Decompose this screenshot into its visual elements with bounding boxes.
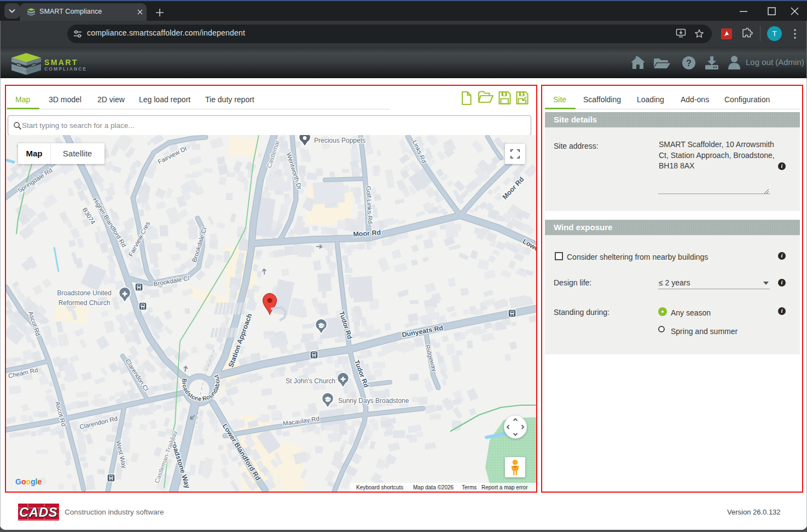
svg-text:St John's Church: St John's Church — [286, 377, 335, 385]
svg-text:G: G — [15, 477, 21, 486]
svg-text:Reformed Church: Reformed Church — [59, 299, 111, 307]
svg-text:g: g — [31, 477, 36, 486]
svg-text:o: o — [26, 477, 31, 486]
svg-text:Precious Poppets: Precious Poppets — [314, 137, 365, 144]
svg-text:Sunny Days Broadstone: Sunny Days Broadstone — [338, 397, 409, 405]
svg-text:CADS: CADS — [19, 505, 57, 519]
svg-text:Broadstone United: Broadstone United — [57, 289, 111, 297]
svg-text:e: e — [38, 477, 42, 486]
svg-text:o: o — [21, 477, 26, 486]
svg-text:?: ? — [686, 59, 692, 68]
